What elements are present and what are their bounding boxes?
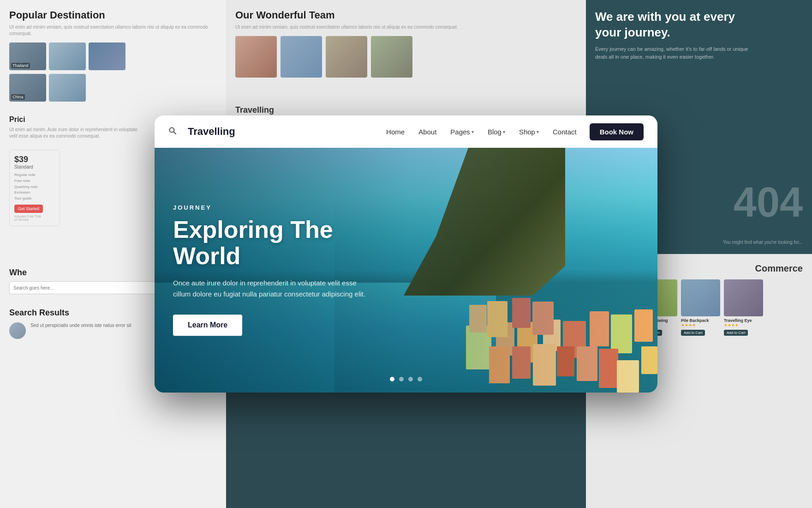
nav-blog[interactable]: Blog ▾ [482, 125, 511, 139]
nav-blog-label: Blog [488, 128, 502, 136]
nav-pages[interactable]: Pages ▾ [445, 125, 479, 139]
learn-more-button[interactable]: Learn More [173, 315, 242, 336]
pages-dropdown-arrow: ▾ [472, 129, 474, 134]
search-icon[interactable] [168, 127, 177, 137]
slide-dot-3[interactable] [408, 377, 413, 381]
navbar: Travelling Home About Pages ▾ Blog ▾ Sho… [155, 115, 657, 148]
hero-eyebrow: JOURNEY [173, 204, 404, 211]
nav-shop-label: Shop [519, 128, 535, 136]
hero-section: JOURNEY Exploring The World Once aute ir… [155, 148, 657, 393]
nav-contact[interactable]: Contact [547, 125, 582, 139]
shop-dropdown-arrow: ▾ [537, 129, 539, 134]
hero-title: Exploring The World [173, 217, 404, 269]
nav-pages-label: Pages [450, 128, 470, 136]
modal-overlay: Travelling Home About Pages ▾ Blog ▾ Sho… [0, 0, 812, 508]
slide-dot-4[interactable] [418, 377, 422, 381]
nav-about[interactable]: About [413, 125, 442, 139]
nav-home[interactable]: Home [381, 125, 410, 139]
slide-indicators [390, 377, 422, 381]
hero-description: Once aute irure dolor in reprehenderit i… [173, 278, 376, 300]
travelling-modal: Travelling Home About Pages ▾ Blog ▾ Sho… [155, 115, 657, 393]
nav-logo: Travelling [188, 126, 235, 138]
slide-dot-2[interactable] [399, 377, 404, 381]
svg-line-1 [174, 132, 176, 134]
slide-dot-1[interactable] [390, 377, 394, 381]
nav-links: Home About Pages ▾ Blog ▾ Shop ▾ Contact… [381, 123, 644, 140]
nav-shop[interactable]: Shop ▾ [513, 125, 544, 139]
blog-dropdown-arrow: ▾ [503, 129, 505, 134]
book-now-button[interactable]: Book Now [590, 123, 644, 140]
hero-content: JOURNEY Exploring The World Once aute ir… [173, 204, 404, 336]
